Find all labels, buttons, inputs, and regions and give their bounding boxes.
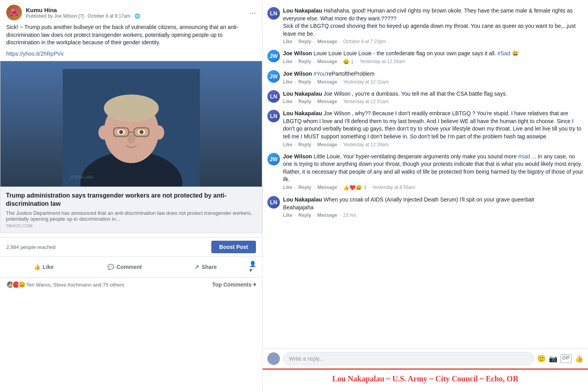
comment-actions: Like · Reply · Message · Yesterday at 12… (283, 142, 583, 147)
top-comments-button[interactable]: Top Comments ▾ (212, 281, 256, 288)
post-author: Kumu Hina (26, 7, 140, 13)
comment-avatar: LN (267, 7, 280, 20)
comment-author: Joe Wilson (283, 50, 312, 56)
like-icon: 👍 (34, 264, 40, 270)
message-comment-button[interactable]: Message (317, 59, 337, 64)
reach-bar: 2,984 people reached Boost Post (0, 237, 262, 256)
svg-point-16 (153, 125, 164, 140)
comment-label: Comment (116, 264, 142, 270)
share-label: Share (201, 264, 217, 270)
comment-avatar: JW (267, 70, 280, 83)
article-card[interactable]: RTON LAW Trump administration says trans… (0, 61, 262, 234)
comment-bubble: Joe Wilson Little Louie, Your hyper-vent… (283, 153, 583, 191)
comment-item: LN Lou Nakapalau Joe Wilson , why?? Beca… (267, 110, 583, 147)
reaction-icons: 👍 ❤️ 😄 (6, 281, 24, 289)
camera-icon[interactable]: 📷 (549, 354, 557, 363)
reply-comment-button[interactable]: Reply (298, 142, 311, 147)
reply-avatar (267, 352, 280, 365)
comment-avatar: JW (267, 153, 280, 165)
like-comment-button[interactable]: Like (283, 59, 292, 64)
comment-author: Lou Nakapalau (283, 91, 322, 97)
boost-post-button[interactable]: Boost Post (211, 241, 256, 253)
message-comment-button[interactable]: Message (317, 99, 337, 104)
reply-comment-button[interactable]: Reply (298, 59, 311, 64)
comment-text: Lou Nakapalau Hahahaha, good! Human and … (283, 7, 583, 38)
reply-input-icons: 🙂 📷 GIF 👍 (537, 354, 583, 363)
comment-timestamp: Yesterday at 12:31am (343, 79, 388, 85)
reply-input[interactable]: Write a reply... (283, 352, 534, 365)
comment-text: Lou Nakapalau Joe Wilson , why?? Because… (283, 110, 583, 140)
comment-bubble: Lou Nakapalau Hahahaha, good! Human and … (283, 7, 583, 44)
comment-actions: Like · Reply · Message · 23 hrs (283, 212, 583, 218)
comment-text: Joe Wilson #You'rePartoftheProblem (283, 70, 583, 78)
profile-action-button[interactable]: 👤▾ (246, 258, 259, 276)
reply-comment-button[interactable]: Reply (298, 212, 311, 218)
comment-item: LN Lou Nakapalau When you croak of AIDS … (267, 196, 583, 218)
comment-bubble: Lou Nakapalau Joe Wilson , why?? Because… (283, 110, 583, 147)
svg-text:RTON LAW: RTON LAW (71, 175, 93, 180)
like-button[interactable]: 👍 Like (3, 261, 84, 273)
comment-item: JW Joe Wilson Louie Louie Louie Louie - … (267, 50, 583, 65)
comment-timestamp: Yesterday at 12:29am (360, 59, 405, 64)
reply-comment-button[interactable]: Reply (298, 39, 311, 44)
message-comment-button[interactable]: Message (317, 142, 337, 147)
bottom-banner-text: Lou Nakapalau ~ U.S. Army ~ City Council… (270, 374, 580, 383)
article-title: Trump administration says transgender wo… (6, 192, 256, 208)
like-comment-button[interactable]: Like (283, 142, 292, 147)
article-image: RTON LAW (0, 61, 262, 187)
right-panel: LN Lou Nakapalau Hahahaha, good! Human a… (263, 0, 588, 392)
article-text-block: Trump administration says transgender wo… (0, 187, 262, 233)
message-comment-button[interactable]: Message (317, 212, 337, 218)
reply-input-area: Write a reply... 🙂 📷 GIF 👍 (263, 348, 588, 368)
action-bar: 👍 Like 💬 Comment ↗ Share 👤▾ (0, 256, 262, 278)
more-options-button[interactable]: ··· (249, 8, 256, 17)
reply-comment-button[interactable]: Reply (298, 99, 311, 104)
emoji-icon[interactable]: 🙂 (537, 354, 546, 363)
comment-avatar: LN (267, 90, 280, 103)
comment-author: Joe Wilson (283, 153, 312, 160)
top-comments-chevron: ▾ (253, 281, 256, 288)
message-comment-button[interactable]: Message (317, 79, 337, 85)
share-icon: ↗ (194, 264, 199, 270)
comment-author: Lou Nakapalau (283, 110, 322, 116)
like-comment-button[interactable]: Like (283, 39, 292, 44)
like-comment-button[interactable]: Like (283, 185, 292, 190)
comment-button[interactable]: 💬 Comment (84, 261, 165, 273)
comment-author: Lou Nakapalau (283, 196, 322, 203)
comment-timestamp: Yesterday at 12:31am (343, 99, 388, 104)
comment-bubble: Lou Nakapalau When you croak of AIDS (An… (283, 196, 583, 218)
post-meta: Kumu Hina Published by Joe Wilson [?] · … (26, 7, 140, 19)
svg-point-13 (140, 130, 143, 134)
like-label: Like (43, 264, 54, 270)
reaction-names: Teri Waros, Steve Aschmann and 75 others (26, 282, 124, 288)
like-comment-button[interactable]: Like (283, 212, 292, 218)
haha-reaction-icon: 😄 (18, 281, 26, 289)
reaction-count: 😄 1 (343, 59, 354, 65)
post-byline: Published by Joe Wilson [?] · October 6 … (26, 13, 140, 19)
top-comments-label: Top Comments (212, 281, 252, 288)
reply-comment-button[interactable]: Reply (298, 79, 311, 85)
comment-actions: Like · Reply · Message · 👍❤️😄 3 · Yester… (283, 185, 583, 191)
like-comment-button[interactable]: Like (283, 99, 292, 104)
gif-icon[interactable]: GIF (561, 354, 572, 363)
sticker-icon[interactable]: 👍 (575, 354, 583, 363)
share-button[interactable]: ↗ Share (165, 261, 246, 273)
comment-actions: Like · Reply · Message · 😄 1 · Yesterday… (283, 59, 583, 65)
comment-actions: Like · Reply · Message · Yesterday at 12… (283, 99, 583, 104)
comment-author: Lou Nakapalau (283, 7, 322, 14)
comment-avatar: JW (267, 50, 280, 62)
comment-item: JW Joe Wilson #You'rePartoftheProblem Li… (267, 70, 583, 85)
comment-text: Joe Wilson Little Louie, Your hyper-vent… (283, 153, 583, 183)
comment-text: Lou Nakapalau When you croak of AIDS (An… (283, 196, 583, 211)
comment-text: Lou Nakapalau Joe Wilson , you're a dumb… (283, 90, 583, 98)
svg-point-6 (104, 94, 159, 122)
like-comment-button[interactable]: Like (283, 79, 292, 85)
reply-comment-button[interactable]: Reply (298, 185, 311, 190)
post-header: 🌺 Kumu Hina Published by Joe Wilson [?] … (0, 0, 262, 24)
post-link[interactable]: https://yhoo.it/2hRpPVv (0, 51, 262, 61)
message-comment-button[interactable]: Message (317, 39, 337, 44)
message-comment-button[interactable]: Message (317, 185, 337, 190)
svg-point-15 (98, 125, 109, 140)
svg-point-14 (127, 134, 135, 143)
comment-bubble: Lou Nakapalau Joe Wilson , you're a dumb… (283, 90, 583, 105)
